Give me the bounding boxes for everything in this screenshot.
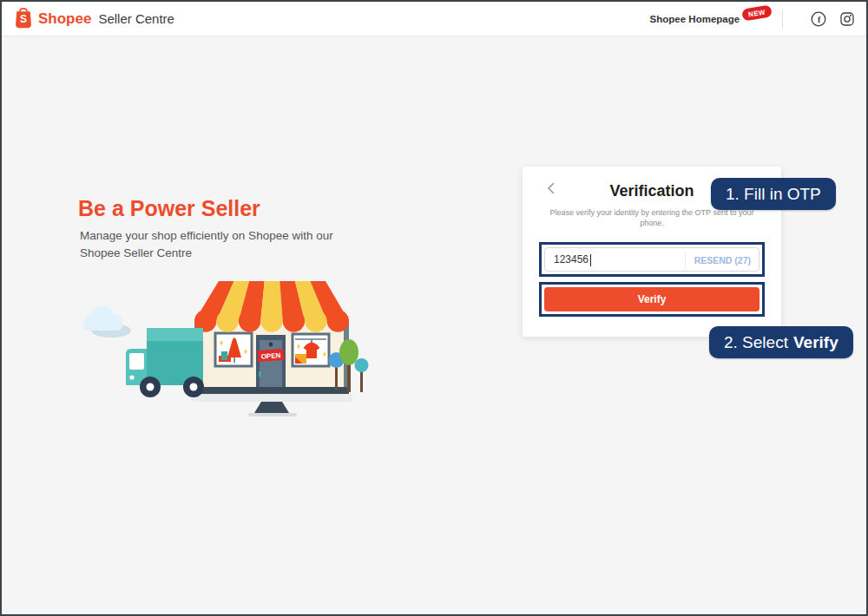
verify-highlight-box: Verify (539, 282, 765, 317)
shop-window-dress (215, 333, 252, 366)
otp-field[interactable]: RESEND (27) (544, 247, 760, 272)
shop-illustration: OPEN (71, 276, 371, 423)
header-divider (782, 10, 783, 29)
new-badge: NEW (741, 4, 773, 21)
open-sign: OPEN (260, 351, 280, 361)
awning-shape (194, 281, 349, 332)
verify-button[interactable]: Verify (544, 287, 760, 311)
chevron-left-icon (547, 181, 556, 195)
hero-title: Be a Power Seller (78, 196, 260, 221)
annotation-step1: 1. Fill in OTP (711, 178, 836, 210)
shopee-logo-icon: S (14, 6, 33, 32)
logo-letter: S (20, 13, 27, 25)
annotation-step2-label: 2. Select (724, 333, 788, 352)
header: S Shopee Seller Centre Shopee Homepage N… (2, 2, 866, 36)
instagram-icon[interactable] (840, 12, 854, 26)
brand-subtitle: Seller Centre (98, 11, 174, 26)
resend-button[interactable]: RESEND (27) (685, 252, 751, 269)
hero-description: Manage your shop efficiently on Shopee w… (80, 227, 345, 261)
brand-name: Shopee (38, 10, 91, 28)
cloud-shape (83, 305, 131, 337)
page: S Shopee Seller Centre Shopee Homepage N… (0, 0, 868, 616)
card-instruction: Please verify your identity by entering … (542, 208, 761, 228)
text-cursor (590, 254, 591, 266)
otp-input[interactable] (545, 253, 684, 265)
shop-door: OPEN (256, 335, 286, 387)
facebook-icon[interactable]: f (811, 11, 826, 27)
brand-home-link[interactable]: S Shopee Seller Centre (14, 6, 174, 32)
shop-window-shirt (293, 334, 329, 366)
annotation-step2-bold: Verify (793, 333, 838, 352)
annotation-step1-label: 1. Fill in OTP (726, 185, 821, 204)
annotation-step2: 2. Select Verify (709, 326, 853, 358)
back-button[interactable] (547, 180, 559, 196)
svg-text:f: f (818, 15, 821, 24)
delivery-truck-shape (126, 328, 204, 397)
header-right: Shopee Homepage NEW f (650, 10, 854, 29)
shopee-homepage-link[interactable]: Shopee Homepage (650, 14, 740, 24)
otp-highlight-box: RESEND (27) (539, 242, 765, 277)
